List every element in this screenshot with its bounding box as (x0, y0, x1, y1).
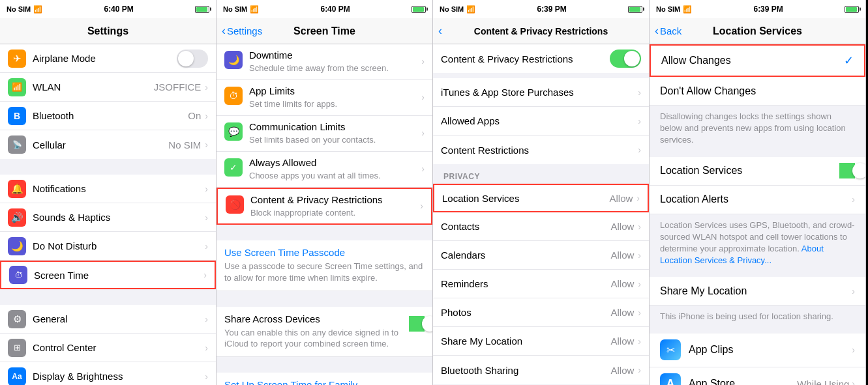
privacy-item-location[interactable]: Location Services Allow › (433, 184, 649, 212)
settings-item-display[interactable]: Aa Display & Brightness › (0, 362, 216, 385)
privacy-item-calendars[interactable]: Calendars Allow › (433, 241, 649, 270)
allow-changes-option[interactable]: Allow Changes ✓ (650, 44, 865, 77)
sharemylocation-label: Share My Location (441, 335, 610, 347)
content-privacy-toggle-row[interactable]: Content & Privacy Restrictions (433, 44, 649, 73)
st-item-contentprivacy[interactable]: 🚫 Content & Privacy Restrictions Block i… (217, 188, 432, 225)
page-title-locationservices: Location Services (713, 25, 802, 37)
status-left-1: No SIM 📶 (7, 5, 42, 14)
general-icon: ⚙ (8, 310, 26, 328)
content-privacy-items-group: iTunes & App Store Purchases › Allowed A… (433, 78, 649, 164)
privacy-item-contacts[interactable]: Contacts Allow › (433, 212, 649, 241)
settings-item-sounds[interactable]: 🔊 Sounds & Haptics › (0, 203, 216, 232)
share-devices-toggle[interactable] (409, 316, 425, 332)
dont-allow-changes-option[interactable]: Don't Allow Changes (650, 77, 865, 106)
airplane-toggle[interactable] (177, 50, 208, 68)
wifi-signal-icon-4: 📶 (683, 5, 692, 14)
share-devices-knob (422, 316, 432, 332)
photos-value: Allow (610, 307, 634, 318)
app-store-value: While Using (797, 378, 849, 386)
settings-item-wlan[interactable]: 📶 WLAN JSOFFICE › (0, 73, 216, 102)
contentprivacy-icon: 🚫 (226, 195, 244, 214)
back-button-4[interactable]: ‹ Back (655, 24, 681, 38)
bluetooth-value: On (188, 110, 201, 121)
battery-fill-3 (629, 7, 640, 12)
share-devices-desc: You can enable this on any device signed… (224, 327, 402, 350)
status-time-3: 6:39 PM (537, 5, 566, 14)
status-left-4: No SIM 📶 (656, 5, 692, 14)
st-item-downtime[interactable]: 🌙 Downtime Schedule time away from the s… (217, 44, 432, 80)
alwaysallowed-label: Always Allowed (249, 157, 420, 168)
cellular-chevron: › (205, 139, 208, 150)
settings-item-notifications[interactable]: 🔔 Notifications › (0, 175, 216, 203)
calendars-chevron: › (638, 250, 641, 261)
status-right-2 (412, 6, 426, 13)
settings-item-control[interactable]: ⊞ Control Center › (0, 334, 216, 362)
settings-item-airplane[interactable]: ✈ Airplane Mode (0, 44, 216, 73)
settings-group-alerts: 🔔 Notifications › 🔊 Sounds & Haptics › 🌙… (0, 175, 216, 289)
share-my-location-chevron: › (852, 286, 855, 296)
status-left-2: No SIM 📶 (223, 5, 259, 14)
settings-item-dnd[interactable]: 🌙 Do Not Disturb › (0, 232, 216, 261)
screentime-icon: ⏱ (9, 266, 27, 284)
location-desc: Location Services uses GPS, Bluetooth, a… (650, 214, 865, 272)
back-button-2[interactable]: ‹ Settings (222, 24, 262, 38)
cellular-value: No SIM (168, 139, 201, 150)
sounds-icon: 🔊 (8, 208, 26, 227)
allow-changes-group: Allow Changes ✓ Don't Allow Changes (650, 44, 865, 106)
cp-item-itunes[interactable]: iTunes & App Store Purchases › (433, 78, 649, 107)
content-privacy-toggle[interactable] (610, 50, 641, 68)
panel-content-privacy: No SIM 📶 6:39 PM ‹ Content & Privacy Res… (433, 0, 650, 385)
apps-group: ✂ App Clips › A App Store While Using › … (650, 334, 865, 386)
settings-item-bluetooth[interactable]: B Bluetooth On › (0, 102, 216, 130)
privacy-item-bluetooth[interactable]: Bluetooth Sharing Allow › (433, 356, 649, 384)
settings-group-network: ✈ Airplane Mode 📶 WLAN JSOFFICE › B B (0, 44, 216, 159)
page-title-screentime: Screen Time (293, 25, 355, 37)
wifi-signal-icon-1: 📶 (33, 5, 42, 14)
location-services-toggle[interactable] (839, 163, 855, 178)
app-item-appclips[interactable]: ✂ App Clips › (650, 334, 865, 367)
settings-item-cellular[interactable]: 📡 Cellular No SIM › (0, 130, 216, 159)
st-item-commlimits[interactable]: 💬 Communication Limits Set limits based … (217, 116, 432, 152)
commlimits-label: Communication Limits (249, 121, 420, 132)
location-services-row[interactable]: Location Services (650, 157, 865, 186)
location-alerts-row[interactable]: Location Alerts › (650, 186, 865, 214)
privacy-section-header: PRIVACY (433, 169, 649, 184)
privacy-item-reminders[interactable]: Reminders Allow › (433, 270, 649, 298)
st-item-alwaysallowed[interactable]: ✓ Always Allowed Choose apps you want at… (217, 152, 432, 188)
settings-item-screentime[interactable]: ⏱ Screen Time › (0, 261, 216, 289)
back-chevron-icon-2: ‹ (222, 24, 226, 38)
privacy-item-photos[interactable]: Photos Allow › (433, 298, 649, 327)
app-item-appstore[interactable]: A App Store While Using › (650, 367, 865, 386)
wlan-label: WLAN (33, 81, 154, 93)
back-button-3[interactable]: ‹ (438, 24, 442, 38)
downtime-chevron: › (421, 56, 425, 66)
nav-bar-4: ‹ Back Location Services (650, 18, 865, 44)
control-chevron: › (205, 343, 208, 353)
reminders-label: Reminders (441, 278, 610, 289)
screentime-label: Screen Time (34, 270, 202, 281)
st-item-applimits[interactable]: ⏱ App Limits Set time limits for apps. › (217, 80, 432, 116)
control-center-label: Control Center (33, 342, 203, 353)
passcode-desc: Use a passcode to secure Screen Time set… (224, 261, 425, 283)
status-bar-2: No SIM 📶 6:40 PM (217, 0, 432, 18)
content-privacy-list: Content & Privacy Restrictions iTunes & … (433, 44, 649, 385)
share-my-location-group: Share My Location › (650, 277, 865, 306)
status-right-4 (845, 6, 859, 13)
dont-allow-label: Don't Allow Changes (660, 85, 855, 97)
family-link-item[interactable]: Set Up Screen Time for Family (217, 373, 432, 385)
content-privacy-top-group: Content & Privacy Restrictions (433, 44, 649, 73)
no-sim-label-3: No SIM (440, 5, 464, 13)
applimits-chevron: › (421, 92, 425, 102)
settings-item-general[interactable]: ⚙ General › (0, 305, 216, 334)
share-my-location-row[interactable]: Share My Location › (650, 277, 865, 306)
cp-item-allowed-apps[interactable]: Allowed Apps › (433, 107, 649, 135)
battery-icon-1 (195, 6, 209, 13)
passcode-link-item[interactable]: Use Screen Time Passcode Use a passcode … (217, 240, 432, 291)
screentime-chevron: › (203, 270, 207, 280)
battery-fill-4 (846, 7, 857, 12)
cp-item-content-restrictions[interactable]: Content Restrictions › (433, 135, 649, 164)
family-link: Set Up Screen Time for Family (224, 379, 425, 385)
share-my-location-label: Share My Location (660, 285, 852, 297)
airplane-label: Airplane Mode (33, 53, 177, 64)
privacy-item-sharemylocation[interactable]: Share My Location Allow › (433, 327, 649, 356)
